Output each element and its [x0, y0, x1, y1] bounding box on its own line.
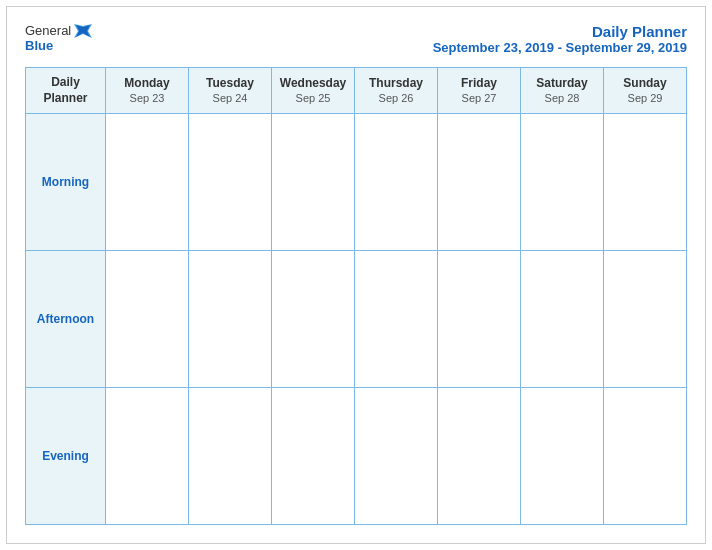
- col-header-wednesday: Wednesday Sep 25: [272, 68, 355, 113]
- col-header-friday: Friday Sep 27: [438, 68, 521, 113]
- afternoon-thursday[interactable]: [355, 251, 438, 387]
- col-wednesday-date: Sep 25: [296, 91, 331, 105]
- row-label-morning: Morning: [26, 114, 106, 250]
- col-header-saturday: Saturday Sep 28: [521, 68, 604, 113]
- col-header-planner: DailyPlanner: [26, 68, 106, 113]
- evening-wednesday[interactable]: [272, 388, 355, 524]
- header-right: Daily Planner September 23, 2019 - Septe…: [433, 23, 687, 55]
- col-tuesday-name: Tuesday: [206, 76, 254, 92]
- col-friday-date: Sep 27: [462, 91, 497, 105]
- col-header-planner-text: DailyPlanner: [43, 75, 87, 106]
- row-label-evening: Evening: [26, 388, 106, 524]
- morning-thursday[interactable]: [355, 114, 438, 250]
- row-label-afternoon: Afternoon: [26, 251, 106, 387]
- logo-general: General: [25, 23, 71, 38]
- morning-saturday[interactable]: [521, 114, 604, 250]
- page-title: Daily Planner: [433, 23, 687, 40]
- header-row: DailyPlanner Monday Sep 23 Tuesday Sep 2…: [26, 68, 686, 114]
- evening-tuesday[interactable]: [189, 388, 272, 524]
- morning-friday[interactable]: [438, 114, 521, 250]
- afternoon-tuesday[interactable]: [189, 251, 272, 387]
- morning-tuesday[interactable]: [189, 114, 272, 250]
- col-friday-name: Friday: [461, 76, 497, 92]
- afternoon-sunday[interactable]: [604, 251, 686, 387]
- col-thursday-date: Sep 26: [379, 91, 414, 105]
- col-sunday-name: Sunday: [623, 76, 666, 92]
- afternoon-wednesday[interactable]: [272, 251, 355, 387]
- col-saturday-date: Sep 28: [545, 91, 580, 105]
- afternoon-monday[interactable]: [106, 251, 189, 387]
- logo: General Blue: [25, 23, 92, 53]
- col-tuesday-date: Sep 24: [213, 91, 248, 105]
- col-header-tuesday: Tuesday Sep 24: [189, 68, 272, 113]
- afternoon-row: Afternoon: [26, 251, 686, 388]
- col-monday-date: Sep 23: [130, 91, 165, 105]
- evening-thursday[interactable]: [355, 388, 438, 524]
- col-header-monday: Monday Sep 23: [106, 68, 189, 113]
- col-saturday-name: Saturday: [536, 76, 587, 92]
- afternoon-saturday[interactable]: [521, 251, 604, 387]
- page: General Blue Daily Planner September 23,…: [6, 6, 706, 544]
- evening-row: Evening: [26, 388, 686, 524]
- logo-blue: Blue: [25, 38, 53, 53]
- col-monday-name: Monday: [124, 76, 169, 92]
- logo-bird-icon: [74, 24, 92, 38]
- col-wednesday-name: Wednesday: [280, 76, 346, 92]
- morning-sunday[interactable]: [604, 114, 686, 250]
- evening-saturday[interactable]: [521, 388, 604, 524]
- date-range: September 23, 2019 - September 29, 2019: [433, 40, 687, 55]
- col-sunday-date: Sep 29: [628, 91, 663, 105]
- morning-wednesday[interactable]: [272, 114, 355, 250]
- evening-friday[interactable]: [438, 388, 521, 524]
- morning-row: Morning: [26, 114, 686, 251]
- evening-sunday[interactable]: [604, 388, 686, 524]
- col-header-thursday: Thursday Sep 26: [355, 68, 438, 113]
- header: General Blue Daily Planner September 23,…: [25, 23, 687, 55]
- evening-monday[interactable]: [106, 388, 189, 524]
- afternoon-friday[interactable]: [438, 251, 521, 387]
- morning-monday[interactable]: [106, 114, 189, 250]
- planner-table: DailyPlanner Monday Sep 23 Tuesday Sep 2…: [25, 67, 687, 525]
- col-thursday-name: Thursday: [369, 76, 423, 92]
- col-header-sunday: Sunday Sep 29: [604, 68, 686, 113]
